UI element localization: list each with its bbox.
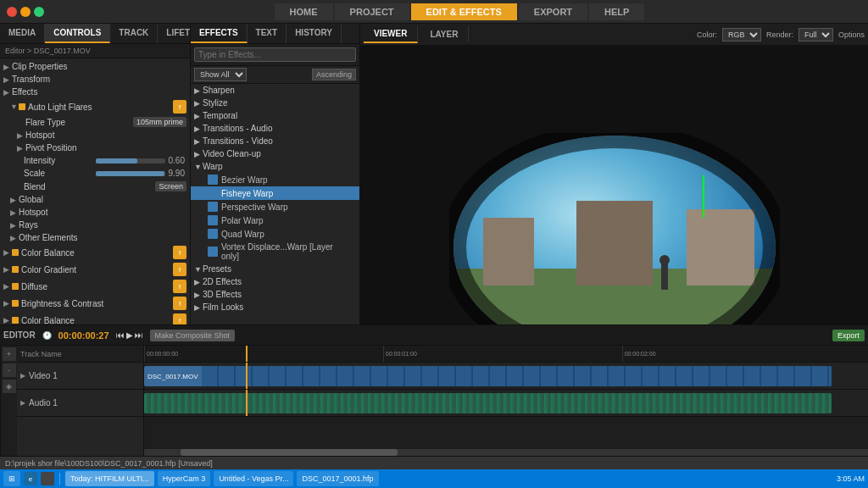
- editor-export-button[interactable]: Export: [832, 330, 865, 341]
- flare-type-value[interactable]: 105mm prime: [133, 117, 186, 127]
- cat-video-cleanup[interactable]: Video Clean-up: [191, 147, 359, 160]
- tab-text[interactable]: TEXT: [248, 24, 287, 43]
- arrow-icon: [194, 163, 203, 171]
- arrow-icon: [194, 291, 203, 299]
- prop-brightness-contrast[interactable]: Brightness & Contrast f: [0, 295, 190, 312]
- tab-viewer[interactable]: VIEWER: [364, 25, 418, 43]
- nav-home[interactable]: HOME: [275, 3, 333, 20]
- close-btn[interactable]: [7, 7, 17, 17]
- cat-transitions-audio[interactable]: Transitions - Audio: [191, 122, 359, 135]
- prop-color-gradient1[interactable]: Color Gradient f: [0, 261, 190, 278]
- taskbar-hypercam[interactable]: HyperCam 3: [158, 471, 211, 486]
- prop-transform[interactable]: Transform: [0, 73, 190, 86]
- arrow-icon: [194, 86, 203, 95]
- arrow-icon: [10, 103, 19, 111]
- cat-transitions-video[interactable]: Transitions - Video: [191, 135, 359, 147]
- prop-clip-properties[interactable]: Clip Properties: [0, 60, 190, 73]
- prop-pivot-position[interactable]: Pivot Position: [0, 141, 190, 154]
- scrollbar-thumb[interactable]: [181, 449, 398, 456]
- intensity-slider[interactable]: [96, 158, 164, 164]
- fx-icon: f: [173, 263, 186, 276]
- editor-play-fwd-button[interactable]: ⏭: [135, 330, 143, 340]
- video-clip[interactable]: DSC_0017.MOV: [144, 366, 832, 386]
- audio-clip[interactable]: [144, 393, 832, 413]
- prop-hotspot2[interactable]: Hotspot: [0, 206, 190, 219]
- cat-presets[interactable]: Presets: [191, 263, 359, 275]
- effects-search-input[interactable]: [194, 47, 356, 62]
- prop-diffuse[interactable]: Diffuse f: [0, 278, 190, 295]
- cat-warp[interactable]: Warp: [191, 160, 359, 173]
- cat-film-looks[interactable]: Film Looks: [191, 301, 359, 313]
- cat-3d-effects[interactable]: 3D Effects: [191, 288, 359, 301]
- tab-layer[interactable]: LAYER: [420, 26, 469, 42]
- audio-playhead: [246, 390, 248, 416]
- tab-history[interactable]: HISTORY: [287, 24, 342, 43]
- filter-ascending[interactable]: Ascending: [312, 69, 356, 80]
- blend-value[interactable]: Screen: [155, 181, 186, 191]
- effect-fisheye-warp[interactable]: Fisheye Warp: [191, 186, 359, 200]
- cat-sharpen[interactable]: Sharpen: [191, 84, 359, 97]
- folder-icon[interactable]: [41, 472, 54, 485]
- prop-intensity[interactable]: Intensity 0.60: [0, 154, 190, 167]
- tab-track[interactable]: TRACK: [110, 24, 158, 43]
- tab-controls[interactable]: CONTROLS: [45, 24, 110, 43]
- render-mode-select[interactable]: Full: [798, 28, 833, 42]
- cat-stylize[interactable]: Stylize: [191, 97, 359, 109]
- scale-slider[interactable]: [96, 171, 164, 176]
- tab-effects[interactable]: EFFECTS: [191, 24, 248, 43]
- video-track[interactable]: DSC_0017.MOV: [144, 363, 868, 390]
- prop-flare-type[interactable]: Flare Type 105mm prime: [0, 115, 190, 129]
- track-arrow-icon[interactable]: ▶: [20, 399, 25, 407]
- options-label[interactable]: Options: [838, 30, 865, 39]
- audio-waveform: [144, 393, 832, 413]
- editor-path: Editor > DSC_0017.MOV: [0, 44, 190, 58]
- track-name-header: Track Name: [17, 346, 143, 363]
- prop-color-balance1[interactable]: Color Balance f: [0, 244, 190, 261]
- color-mode-select[interactable]: RGB: [722, 28, 761, 42]
- effect-polar-warp[interactable]: Polar Warp: [191, 214, 359, 227]
- prop-scale[interactable]: Scale 9.90: [0, 167, 190, 180]
- prop-effects[interactable]: Effects: [0, 86, 190, 98]
- prop-rays[interactable]: Rays: [0, 219, 190, 231]
- effect-quad-warp[interactable]: Quad Warp: [191, 227, 359, 241]
- nav-export[interactable]: EXPORT: [519, 3, 587, 20]
- cat-temporal[interactable]: Temporal: [191, 109, 359, 122]
- editor-play-back-button[interactable]: ⏮: [116, 330, 125, 340]
- nav-edit-effects[interactable]: EDIT & EFFECTS: [411, 3, 517, 20]
- effect-bezier-warp[interactable]: Bezier Warp: [191, 173, 359, 186]
- prop-other-elements[interactable]: Other Elements: [0, 231, 190, 244]
- audio-track[interactable]: [144, 390, 868, 417]
- tab-media[interactable]: MEDIA: [0, 24, 45, 43]
- ie-icon[interactable]: e: [24, 472, 37, 485]
- editor-play-button[interactable]: ▶: [126, 330, 133, 340]
- arrow-icon: [194, 265, 203, 274]
- dot-icon: [12, 249, 19, 256]
- nav-help[interactable]: HELP: [589, 3, 644, 20]
- prop-global[interactable]: Global: [0, 193, 190, 206]
- prop-auto-light-flares[interactable]: Auto Light Flares f: [0, 98, 190, 115]
- minimize-btn[interactable]: [20, 7, 31, 17]
- taskbar-vegas[interactable]: Untitled - Vegas Pr...: [214, 471, 293, 486]
- effect-perspective-warp[interactable]: Perspective Warp: [191, 200, 359, 214]
- cat-2d-effects[interactable]: 2D Effects: [191, 275, 359, 288]
- fx-icon: f: [173, 246, 186, 259]
- arrow-icon: [17, 144, 25, 152]
- track-arrow-icon[interactable]: ▶: [20, 372, 25, 380]
- taskbar-hitfilm[interactable]: Today: HITFILM ULTI...: [65, 471, 154, 486]
- taskbar-dsc[interactable]: DSC_0017_0001.hfp: [297, 471, 378, 486]
- dot-icon: [12, 266, 19, 273]
- maximize-btn[interactable]: [34, 7, 44, 17]
- filter-show-select[interactable]: Show All: [194, 68, 247, 81]
- timeline-scrollbar[interactable]: [144, 449, 868, 456]
- start-button[interactable]: ⊞: [3, 471, 20, 486]
- prop-hotspot[interactable]: Hotspot: [0, 129, 190, 141]
- zoom-in-button[interactable]: +: [3, 347, 16, 361]
- nav-tabs: HOME PROJECT EDIT & EFFECTS EXPORT HELP: [51, 3, 868, 20]
- effect-vortex-warp[interactable]: Vortex Displace...Warp [Layer only]: [191, 241, 359, 263]
- arrow-icon: [3, 282, 12, 291]
- nav-project[interactable]: PROJECT: [335, 3, 409, 20]
- zoom-out-button[interactable]: -: [3, 363, 16, 377]
- prop-blend[interactable]: Blend Screen: [0, 180, 190, 193]
- composite-shot-button[interactable]: Make Composite Shot: [150, 330, 236, 341]
- snap-button[interactable]: ◈: [3, 380, 16, 393]
